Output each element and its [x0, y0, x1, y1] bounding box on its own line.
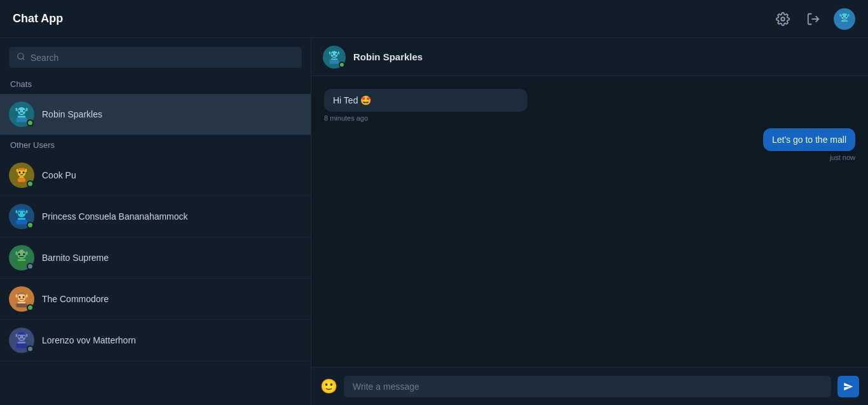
status-dot-commodore	[27, 304, 34, 311]
message-bubble-hi-ted: Hi Ted 🤩	[324, 89, 527, 112]
svg-rect-25	[20, 175, 24, 175]
chat-item-cook-pu[interactable]: Cook Pu	[0, 155, 311, 196]
messages-area: Hi Ted 🤩 8 minutes ago Let's go to the m…	[311, 76, 868, 367]
svg-rect-7	[843, 18, 846, 18]
status-dot-cook	[27, 180, 34, 187]
svg-point-50	[23, 296, 25, 298]
search-container	[0, 38, 311, 74]
message-bubble-mall: Let's go to the mall	[763, 128, 855, 151]
chat-header-status-dot	[339, 62, 345, 68]
svg-rect-38	[18, 260, 26, 262]
svg-point-24	[23, 171, 25, 173]
avatar-wrapper-princess	[9, 204, 34, 229]
chat-header: Robin Sparkles	[311, 38, 868, 76]
chat-name-robin: Robin Sparkles	[42, 109, 102, 119]
svg-rect-22	[18, 178, 26, 182]
message-input[interactable]	[344, 376, 831, 397]
message-right-1: Let's go to the mall just now	[763, 128, 855, 161]
svg-rect-18	[16, 108, 18, 111]
svg-rect-55	[16, 343, 27, 349]
search-wrapper	[9, 47, 302, 68]
svg-rect-34	[16, 210, 18, 213]
send-button[interactable]	[837, 376, 859, 397]
avatar-wrapper-cook	[9, 163, 34, 188]
svg-rect-36	[18, 209, 25, 211]
svg-point-66	[336, 53, 337, 55]
avatar-wrapper-lorenzo	[9, 328, 34, 353]
svg-rect-69	[338, 51, 339, 54]
svg-rect-3	[841, 20, 848, 22]
svg-point-41	[23, 253, 25, 255]
svg-rect-58	[20, 339, 24, 340]
chat-item-barnito[interactable]: Barnito Supreme	[0, 237, 311, 279]
chat-item-princess[interactable]: Princess Consuela Bananahammock	[0, 196, 311, 237]
chat-name-barnito: Barnito Supreme	[42, 253, 109, 263]
svg-rect-26	[17, 169, 18, 172]
svg-rect-42	[19, 256, 24, 258]
avatar-wrapper-commodore	[9, 286, 34, 312]
chat-item-robin-sparkles[interactable]: Robin Sparkles	[0, 94, 311, 135]
svg-point-40	[18, 253, 20, 255]
svg-rect-61	[18, 333, 25, 335]
chat-name-commodore: The Commodore	[42, 294, 109, 304]
message-time-1: 8 minutes ago	[324, 114, 855, 122]
chats-label: Chats	[0, 74, 311, 94]
chat-header-avatar	[323, 46, 346, 69]
svg-rect-51	[16, 295, 18, 298]
svg-point-45	[20, 249, 24, 253]
message-text: Let's go to the mall	[772, 135, 846, 145]
message-input-area: 🙂	[311, 367, 868, 405]
header-actions	[773, 8, 855, 30]
message-time-2: just now	[830, 154, 855, 161]
svg-point-0	[781, 17, 785, 21]
svg-rect-59	[16, 334, 18, 337]
chat-item-commodore[interactable]: The Commodore	[0, 279, 311, 320]
settings-icon[interactable]	[773, 9, 793, 29]
svg-rect-67	[333, 55, 336, 56]
chat-header-name: Robin Sparkles	[353, 51, 423, 62]
svg-rect-14	[16, 117, 27, 123]
avatar-wrapper-barnito	[9, 245, 34, 270]
svg-rect-30	[18, 218, 26, 220]
status-dot-robin	[27, 119, 34, 126]
svg-line-11	[23, 58, 25, 60]
svg-point-49	[18, 296, 20, 298]
chat-name-lorenzo: Lorenzo vov Matterhorn	[42, 335, 136, 345]
svg-rect-19	[26, 108, 28, 111]
status-dot-barnito	[27, 263, 34, 270]
svg-rect-17	[20, 113, 24, 114]
svg-rect-63	[331, 58, 338, 60]
svg-rect-9	[848, 14, 850, 17]
message-text: Hi Ted 🤩	[333, 95, 371, 105]
user-avatar[interactable]	[834, 8, 855, 30]
svg-rect-39	[16, 261, 27, 266]
svg-rect-52	[26, 295, 28, 298]
logout-icon[interactable]	[803, 9, 824, 29]
sidebar: Chats Robin Spar	[0, 38, 311, 405]
svg-point-5	[842, 15, 843, 17]
svg-rect-64	[329, 60, 339, 64]
svg-rect-48	[16, 303, 27, 307]
svg-rect-27	[25, 169, 27, 172]
svg-rect-21	[19, 177, 24, 178]
search-input[interactable]	[31, 53, 294, 63]
emoji-button[interactable]: 🙂	[320, 378, 337, 395]
chat-name-princess: Princess Consuela Bananahammock	[42, 211, 188, 222]
svg-rect-68	[329, 51, 330, 54]
svg-rect-13	[18, 116, 26, 118]
message-left-1: Hi Ted 🤩 8 minutes ago	[324, 89, 855, 122]
svg-point-10	[18, 53, 24, 59]
svg-point-15	[18, 110, 20, 112]
chat-item-lorenzo[interactable]: Lorenzo vov Matterhorn	[0, 320, 311, 361]
svg-point-65	[332, 53, 333, 55]
other-users-label: Other Users	[0, 135, 311, 155]
chat-name-cook: Cook Pu	[42, 170, 76, 180]
main-layout: Chats Robin Spar	[0, 38, 868, 405]
app-header: Chat App	[0, 0, 868, 38]
svg-rect-47	[18, 302, 26, 303]
app-title: Chat App	[13, 12, 63, 25]
status-dot-princess	[27, 222, 34, 229]
avatar-wrapper-robin	[9, 102, 34, 127]
search-icon	[17, 52, 25, 63]
svg-point-56	[18, 336, 20, 338]
